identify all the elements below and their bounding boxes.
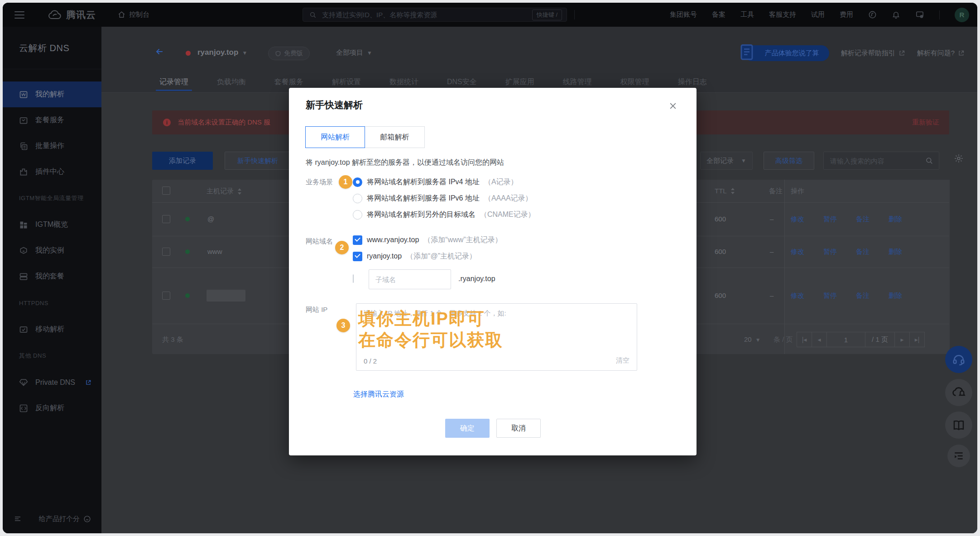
op-delete[interactable]: 删除 bbox=[889, 248, 902, 256]
menu-tools[interactable]: 工具 bbox=[740, 10, 754, 19]
sidebar-item-batch-ops[interactable]: 批量操作 bbox=[3, 133, 101, 159]
menu-support[interactable]: 客服支持 bbox=[769, 10, 796, 19]
next-page-button[interactable]: ▸ bbox=[894, 332, 910, 347]
record-type-filter[interactable]: 全部记录▼ bbox=[700, 152, 753, 170]
domain-selector[interactable]: ryanjoy.top▼ bbox=[197, 48, 247, 57]
scene-label: 业务场景 bbox=[306, 178, 333, 187]
op-pause[interactable]: 暂停 bbox=[823, 292, 837, 300]
sidebar-item-my-plans[interactable]: 我的套餐 bbox=[3, 263, 101, 289]
select-all-checkbox[interactable] bbox=[162, 187, 170, 195]
op-delete[interactable]: 删除 bbox=[889, 292, 902, 300]
menu-group-account[interactable]: 集团账号 bbox=[670, 10, 697, 19]
checkbox-root-domain[interactable]: ryanjoy.top （添加“@”主机记录） bbox=[353, 248, 502, 264]
last-page-button[interactable]: ▸| bbox=[909, 332, 925, 347]
domain-label: 网站域名 bbox=[306, 237, 333, 246]
op-remark[interactable]: 备注 bbox=[856, 248, 870, 256]
search-icon bbox=[309, 11, 317, 19]
domain-status-dot bbox=[186, 51, 191, 56]
row-checkbox[interactable] bbox=[162, 215, 170, 223]
service-icon[interactable] bbox=[868, 10, 877, 19]
op-pause[interactable]: 暂停 bbox=[823, 248, 837, 256]
tencent-cloud-logo[interactable]: 腾讯云 bbox=[48, 3, 96, 27]
menu-icp[interactable]: 备案 bbox=[712, 10, 725, 19]
headset-icon bbox=[952, 353, 966, 366]
ip-textarea[interactable] bbox=[356, 304, 637, 370]
op-modify[interactable]: 修改 bbox=[791, 292, 804, 300]
subdomain-input[interactable] bbox=[369, 269, 451, 289]
brand-name: 腾讯云 bbox=[66, 9, 96, 21]
document-icon bbox=[739, 43, 755, 62]
sidebar-item-plan-service[interactable]: 套餐服务 bbox=[3, 107, 101, 133]
close-icon[interactable] bbox=[668, 101, 677, 110]
op-delete[interactable]: 删除 bbox=[889, 215, 902, 224]
page-size-select[interactable]: 20▼ bbox=[744, 335, 761, 343]
select-tencent-resource-link[interactable]: 选择腾讯云资源 bbox=[353, 390, 404, 399]
checkbox-subdomain[interactable] bbox=[353, 274, 354, 283]
sidebar-item-reverse-resolution[interactable]: 反向解析 bbox=[3, 395, 101, 421]
op-modify[interactable]: 修改 bbox=[791, 248, 804, 256]
row-checkbox[interactable] bbox=[162, 292, 170, 300]
project-filter[interactable]: 全部项目▼ bbox=[336, 48, 372, 57]
sidebar-item-mobile-resolution[interactable]: 移动解析 bbox=[3, 316, 101, 342]
radio-cname[interactable]: 将网站域名解析到另外的目标域名 （CNAME记录） bbox=[353, 206, 535, 223]
sidebar-item-my-resolution[interactable]: 我的解析 bbox=[3, 81, 101, 107]
experience-feedback-button[interactable]: 产品体验您说了算 bbox=[744, 45, 829, 61]
sidebar-menu: 我的解析 套餐服务 批量操作 插件中心 IGTM智能全局流量管理 bbox=[3, 81, 101, 421]
back-button[interactable] bbox=[154, 47, 165, 57]
avatar[interactable]: R bbox=[955, 8, 969, 22]
clear-button[interactable]: 清空 bbox=[616, 356, 629, 365]
cloud-alert-button[interactable] bbox=[945, 379, 972, 406]
confirm-button[interactable]: 确定 bbox=[445, 419, 490, 438]
sidebar-item-private-dns[interactable]: Private DNS bbox=[3, 369, 101, 395]
tab-mail-resolution[interactable]: 邮箱解析 bbox=[365, 126, 425, 148]
table-search-input[interactable] bbox=[829, 157, 925, 165]
tab-website-resolution[interactable]: 网站解析 bbox=[305, 126, 365, 148]
checkbox-www-domain[interactable]: www.ryanjoy.top （添加“www”主机记录） bbox=[353, 232, 502, 248]
sidebar-item-plugin-center[interactable]: 插件中心 bbox=[3, 159, 101, 185]
app-container: 腾讯云 控制台 快捷键 / 集团账号 备案 工具 客服支持 试用 费用 bbox=[3, 3, 977, 533]
dialog-description: 将 ryanjoy.top 解析至您的服务器，以便通过域名访问您的网站 bbox=[306, 158, 504, 168]
docs-button[interactable] bbox=[945, 412, 972, 439]
global-search-input[interactable] bbox=[321, 10, 532, 19]
help-guide-link[interactable]: 解析记录帮助指引 bbox=[841, 49, 905, 57]
quick-wizard-dialog: 新手快速解析 网站解析 邮箱解析 将 ryanjoy.top 解析至您的服务器，… bbox=[289, 88, 697, 455]
task-list-button[interactable] bbox=[947, 445, 970, 467]
problem-link[interactable]: 解析有问题? bbox=[917, 49, 965, 57]
gear-icon[interactable] bbox=[954, 153, 964, 163]
search-icon[interactable] bbox=[925, 157, 933, 165]
op-remark[interactable]: 备注 bbox=[856, 292, 870, 300]
bell-icon[interactable] bbox=[892, 10, 900, 19]
first-page-button[interactable]: |◂ bbox=[797, 332, 812, 347]
menu-billing[interactable]: 费用 bbox=[840, 10, 853, 19]
op-modify[interactable]: 修改 bbox=[791, 215, 804, 224]
quick-wizard-button[interactable]: 新手快速解析 bbox=[225, 152, 291, 170]
reverify-link[interactable]: 重新验证 bbox=[912, 118, 939, 127]
hamburger-menu-icon[interactable] bbox=[14, 11, 24, 21]
console-link[interactable]: 控制台 bbox=[118, 3, 149, 27]
radio-ipv4[interactable]: 将网站域名解析到服务器 IPv4 地址 （A记录） bbox=[353, 174, 535, 190]
col-ttl[interactable]: TTL bbox=[715, 187, 735, 195]
customer-service-button[interactable] bbox=[945, 346, 972, 373]
prev-page-button[interactable]: ◂ bbox=[812, 332, 827, 347]
menu-trial[interactable]: 试用 bbox=[811, 10, 825, 19]
window-frame: 腾讯云 控制台 快捷键 / 集团账号 备案 工具 客服支持 试用 费用 bbox=[0, 0, 980, 536]
rate-product-link[interactable]: 给产品打个分 bbox=[39, 515, 91, 523]
col-host[interactable]: 主机记录 bbox=[207, 187, 242, 196]
cancel-button[interactable]: 取消 bbox=[496, 419, 541, 438]
advanced-filter-button[interactable]: 高级筛选 bbox=[764, 152, 814, 170]
col-ops: 操作 bbox=[791, 187, 804, 196]
row-checkbox[interactable] bbox=[162, 248, 170, 256]
tab-load-balancing[interactable]: 负载均衡 bbox=[217, 72, 246, 92]
add-record-button[interactable]: 添加记录 bbox=[152, 152, 213, 170]
tab-record-management[interactable]: 记录管理 bbox=[159, 72, 188, 92]
sidebar-item-igtm-overview[interactable]: IGTM概览 bbox=[3, 212, 101, 238]
op-remark[interactable]: 备注 bbox=[856, 215, 870, 224]
card-check-icon bbox=[19, 325, 28, 334]
current-page[interactable]: 1 bbox=[826, 332, 865, 347]
radio-ipv6[interactable]: 将网站域名解析到服务器 IPv6 地址 （AAAA记录） bbox=[353, 190, 535, 206]
collapse-icon[interactable] bbox=[14, 515, 22, 522]
plan-badge: 免费版 bbox=[268, 47, 310, 60]
sidebar-item-my-instances[interactable]: 我的实例 bbox=[3, 238, 101, 263]
op-pause[interactable]: 暂停 bbox=[823, 215, 837, 224]
console-settings-icon[interactable] bbox=[915, 10, 924, 19]
